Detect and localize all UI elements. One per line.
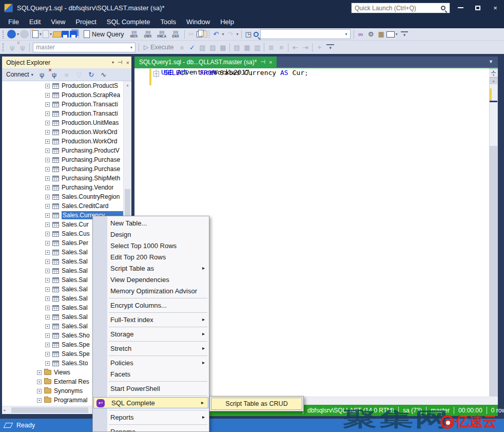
- expand-icon[interactable]: +: [45, 250, 50, 255]
- expand-icon[interactable]: +: [45, 93, 50, 98]
- minimize-button[interactable]: [452, 0, 469, 15]
- context-item-encrypt-columns[interactable]: Encrypt Columns...: [93, 299, 209, 311]
- expand-icon[interactable]: +: [37, 370, 42, 375]
- outdent-icon[interactable]: ⇤: [290, 42, 300, 52]
- sqlcomplete-refresh-icon[interactable]: ✦: [314, 42, 324, 52]
- xmla-query-icon[interactable]: ▤XMLA: [155, 30, 169, 39]
- undo-caret[interactable]: ▾: [221, 32, 225, 36]
- add-item-icon[interactable]: [43, 30, 49, 38]
- expand-icon[interactable]: +: [45, 204, 50, 209]
- results-grid-icon[interactable]: ▦: [242, 42, 252, 52]
- indent-icon[interactable]: ⇥: [300, 42, 311, 52]
- disconnect-icon[interactable]: ψ: [17, 42, 28, 52]
- tab-pin-icon[interactable]: ⊣: [260, 59, 265, 65]
- editor-scroll-up-icon[interactable]: ▲: [489, 78, 498, 85]
- tree-hscrollbar-thumb[interactable]: [11, 407, 88, 413]
- actual-plan-icon[interactable]: ▩: [218, 42, 228, 52]
- expand-icon[interactable]: +: [45, 176, 50, 181]
- panel-close-icon[interactable]: ×: [126, 60, 129, 66]
- live-stats-icon[interactable]: ▨: [207, 42, 218, 52]
- tree-item-purchasing-purchase[interactable]: +Purchasing.Purchase: [2, 164, 123, 174]
- open-file-icon[interactable]: [52, 31, 62, 37]
- context-item-reports[interactable]: Reports▸: [93, 411, 209, 423]
- expand-icon[interactable]: +: [37, 380, 42, 384]
- expand-icon[interactable]: +: [45, 315, 50, 320]
- console-caret[interactable]: ▾: [395, 32, 399, 36]
- menu-sql-complete[interactable]: SQL Complete: [102, 16, 156, 27]
- toolbar-overflow-2[interactable]: ▾: [326, 44, 334, 50]
- redo-caret[interactable]: ▾: [236, 32, 240, 36]
- context-item-start-powershell[interactable]: Start PowerShell: [93, 383, 209, 394]
- expand-icon[interactable]: +: [45, 241, 50, 246]
- dmx-query-icon[interactable]: ▤DMX: [141, 30, 155, 39]
- wrench-icon[interactable]: ⚙: [366, 29, 376, 40]
- undo-icon[interactable]: ↶: [211, 29, 221, 40]
- context-item-script-table-as-crud[interactable]: Script Table as CRUD: [211, 398, 302, 410]
- save-icon[interactable]: [62, 31, 69, 37]
- attach-plug-icon[interactable]: ψ: [37, 69, 47, 80]
- expand-icon[interactable]: +: [45, 130, 50, 135]
- tab-list-dropdown-icon[interactable]: ▼: [484, 57, 498, 67]
- uncomment-icon[interactable]: ≡: [276, 42, 286, 52]
- toolbox-icon[interactable]: ▦: [376, 29, 386, 40]
- paste-icon[interactable]: [202, 31, 207, 37]
- context-item-script-table-as[interactable]: Script Table as▸: [93, 262, 209, 274]
- tree-item-sales-creditcard[interactable]: +Sales.CreditCard: [2, 201, 123, 211]
- expand-icon[interactable]: +: [45, 259, 50, 264]
- console-icon[interactable]: [386, 31, 395, 37]
- context-item-design[interactable]: Design: [93, 229, 209, 240]
- database-combo-caret[interactable]: ▾: [130, 45, 132, 50]
- context-item-facets[interactable]: Facets: [93, 368, 209, 380]
- expand-icon[interactable]: +: [45, 232, 50, 236]
- tree-item-purchasing-productv[interactable]: +Purchasing.ProductV: [2, 146, 123, 155]
- expand-icon[interactable]: +: [45, 324, 50, 329]
- new-query-button[interactable]: New Query: [81, 30, 127, 38]
- nav-back-caret[interactable]: ▾: [16, 32, 20, 36]
- tree-item-sales-countryregion[interactable]: +Sales.CountryRegion: [2, 192, 123, 201]
- expand-icon[interactable]: +: [45, 148, 50, 153]
- menu-help[interactable]: Help: [215, 16, 239, 27]
- context-item-select-top-1000-rows[interactable]: Select Top 1000 Rows: [93, 240, 209, 251]
- new-project-icon[interactable]: [32, 30, 38, 38]
- expand-icon[interactable]: +: [45, 287, 50, 292]
- context-item-memory-optimization-advisor[interactable]: Memory Optimization Advisor: [93, 285, 209, 296]
- stop-icon[interactable]: ■: [62, 69, 72, 80]
- expand-icon[interactable]: +: [45, 269, 50, 273]
- expand-icon[interactable]: +: [45, 139, 50, 144]
- tree-item-purchasing-purchase[interactable]: +Purchasing.Purchase: [2, 155, 123, 164]
- expand-icon[interactable]: +: [45, 343, 50, 347]
- detach-plug-icon[interactable]: ψ: [49, 69, 60, 80]
- context-item-policies[interactable]: Policies▸: [93, 357, 209, 368]
- object-explorer-header[interactable]: Object Explorer ▾ ⊣ ×: [2, 57, 131, 68]
- filter-icon[interactable]: ▽: [74, 69, 84, 80]
- menu-view[interactable]: View: [46, 16, 70, 27]
- context-item-edit-top-200-rows[interactable]: Edit Top 200 Rows: [93, 251, 209, 262]
- menu-edit[interactable]: Edit: [24, 16, 46, 27]
- expand-icon[interactable]: +: [45, 222, 50, 227]
- expand-icon[interactable]: +: [45, 185, 50, 190]
- menu-window[interactable]: Window: [181, 16, 215, 27]
- context-item-view-dependencies[interactable]: View Dependencies: [93, 274, 209, 285]
- tree-item-production-workord[interactable]: +Production.WorkOrd: [2, 127, 123, 137]
- pin-icon[interactable]: ⊣: [118, 59, 123, 66]
- find-combo-caret[interactable]: ▾: [345, 32, 347, 36]
- comment-icon[interactable]: ≣: [266, 42, 276, 52]
- expand-icon[interactable]: +: [45, 158, 50, 162]
- connect-icon[interactable]: ψ: [7, 42, 17, 52]
- activity-monitor-icon[interactable]: ∿: [99, 69, 109, 80]
- expand-icon[interactable]: +: [45, 195, 50, 199]
- context-item-sql-complete[interactable]: ↩SQL Complete▸: [93, 397, 208, 408]
- expand-icon[interactable]: +: [45, 213, 50, 218]
- expand-icon[interactable]: +: [37, 398, 42, 403]
- cancel-query-icon[interactable]: ■: [177, 42, 187, 52]
- find-icon[interactable]: [254, 32, 259, 37]
- expand-icon[interactable]: +: [45, 361, 50, 366]
- context-item-stretch[interactable]: Stretch▸: [93, 343, 209, 354]
- menu-file[interactable]: File: [3, 16, 24, 27]
- expand-icon[interactable]: +: [45, 296, 50, 301]
- tab-close-icon[interactable]: ×: [269, 59, 272, 65]
- expand-icon[interactable]: +: [45, 167, 50, 172]
- tree-item-production-workord[interactable]: +Production.WorkOrd: [2, 137, 123, 146]
- tree-item-purchasing-shipmeth[interactable]: +Purchasing.ShipMeth: [2, 174, 123, 183]
- parse-icon[interactable]: ✓: [187, 42, 197, 52]
